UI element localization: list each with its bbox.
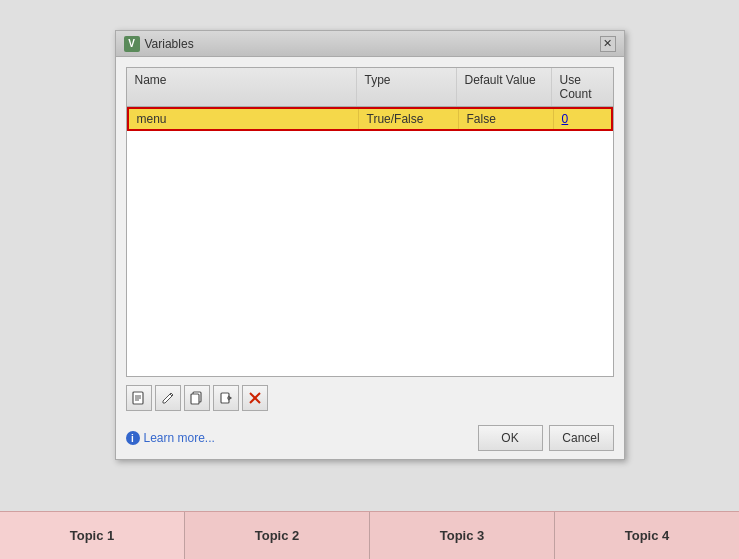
cell-default: False	[459, 109, 554, 129]
table-row[interactable]: menu True/False False 0	[127, 107, 613, 131]
col-header-usecount: Use Count	[552, 68, 613, 106]
cancel-button[interactable]: Cancel	[549, 425, 614, 451]
tab-topic3[interactable]: Topic 3	[370, 512, 555, 559]
dialog-close-button[interactable]: ✕	[600, 36, 616, 52]
dialog-footer: i Learn more... OK Cancel	[116, 421, 624, 459]
info-icon: i	[126, 431, 140, 445]
variables-dialog: V Variables ✕ Name Type Default Value Us…	[115, 30, 625, 460]
delete-variable-button[interactable]	[242, 385, 268, 411]
new-variable-button[interactable]	[126, 385, 152, 411]
tab-topic4[interactable]: Topic 4	[555, 512, 739, 559]
col-header-default: Default Value	[457, 68, 552, 106]
footer-buttons: OK Cancel	[478, 425, 614, 451]
svg-rect-5	[191, 394, 199, 404]
learn-more-link[interactable]: i Learn more...	[126, 431, 215, 445]
tab-topic2[interactable]: Topic 2	[185, 512, 370, 559]
dialog-title-left: V Variables	[124, 36, 194, 52]
dialog-body: Name Type Default Value Use Count menu T…	[116, 57, 624, 421]
tab-topic1[interactable]: Topic 1	[0, 512, 185, 559]
page-background: V Variables ✕ Name Type Default Value Us…	[0, 0, 739, 559]
cell-name: menu	[129, 109, 359, 129]
tab-topic3-label: Topic 3	[440, 528, 485, 543]
move-variable-button[interactable]	[213, 385, 239, 411]
variables-table: Name Type Default Value Use Count menu T…	[126, 67, 614, 377]
dialog-titlebar: V Variables ✕	[116, 31, 624, 57]
ok-button[interactable]: OK	[478, 425, 543, 451]
copy-variable-button[interactable]	[184, 385, 210, 411]
dialog-title: Variables	[145, 37, 194, 51]
cell-usecount[interactable]: 0	[554, 109, 611, 129]
tab-topic2-label: Topic 2	[255, 528, 300, 543]
learn-more-label: Learn more...	[144, 431, 215, 445]
toolbar	[126, 385, 614, 411]
table-header: Name Type Default Value Use Count	[127, 68, 613, 107]
col-header-name: Name	[127, 68, 357, 106]
cell-type: True/False	[359, 109, 459, 129]
tab-topic1-label: Topic 1	[70, 528, 115, 543]
bottom-tabs: Topic 1 Topic 2 Topic 3 Topic 4	[0, 511, 739, 559]
tab-topic4-label: Topic 4	[625, 528, 670, 543]
col-header-type: Type	[357, 68, 457, 106]
dialog-app-icon: V	[124, 36, 140, 52]
edit-variable-button[interactable]	[155, 385, 181, 411]
